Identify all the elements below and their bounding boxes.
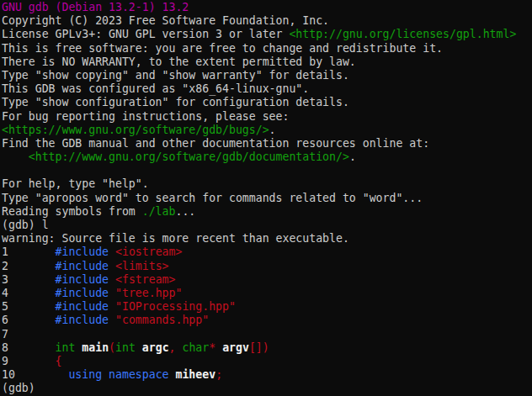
terminal-line: 9 { <box>2 355 532 368</box>
terminal-line: (gdb) l <box>2 219 532 232</box>
terminal-line: 4 #include "tree.hpp" <box>2 287 532 300</box>
terminal-line: (gdb) <box>2 382 532 395</box>
terminal-line: 6 #include "commands.hpp" <box>2 314 532 327</box>
terminal-line: 10 using namespace miheev; <box>2 368 532 382</box>
terminal-line: This GDB was configured as "x86_64-linux… <box>2 82 532 96</box>
terminal-line: GNU gdb (Debian 13.2-1) 13.2 <box>2 1 532 14</box>
terminal-line: Type "apropos word" to search for comman… <box>2 192 532 205</box>
terminal-line: Reading symbols from ./lab... <box>2 205 532 219</box>
terminal-line: 8 int main(int argc, char* argv[]) <box>2 341 532 355</box>
terminal-line: Copyright (C) 2023 Free Software Foundat… <box>2 14 532 28</box>
terminal-line: <http://www.gnu.org/software/gdb/documen… <box>2 150 532 164</box>
terminal-line: Type "show copying" and "show warranty" … <box>2 69 532 82</box>
terminal-line: For bug reporting instructions, please s… <box>2 110 532 124</box>
terminal-line: Find the GDB manual and other documentat… <box>2 137 532 150</box>
terminal-line: 7 <box>2 328 532 341</box>
terminal-line: 2 #include <limits> <box>2 260 532 273</box>
terminal-line: 1 #include <iostream> <box>2 246 532 259</box>
terminal-line: License GPLv3+: GNU GPL version 3 or lat… <box>2 28 532 41</box>
terminal-line: 3 #include <fstream> <box>2 273 532 287</box>
terminal-line: There is NO WARRANTY, to the extent perm… <box>2 55 532 69</box>
terminal-line: For help, type "help". <box>2 177 532 191</box>
terminal-line: This is free software: you are free to c… <box>2 42 532 55</box>
terminal-line: warning: Source file is more recent than… <box>2 232 532 246</box>
terminal-line: <https://www.gnu.org/software/gdb/bugs/>… <box>2 124 532 137</box>
terminal-line: Type "show configuration" for configurat… <box>2 96 532 109</box>
terminal-line <box>2 164 532 177</box>
gdb-terminal[interactable]: GNU gdb (Debian 13.2-1) 13.2Copyright (C… <box>0 0 532 396</box>
terminal-line: 5 #include "IOProcessing.hpp" <box>2 300 532 314</box>
